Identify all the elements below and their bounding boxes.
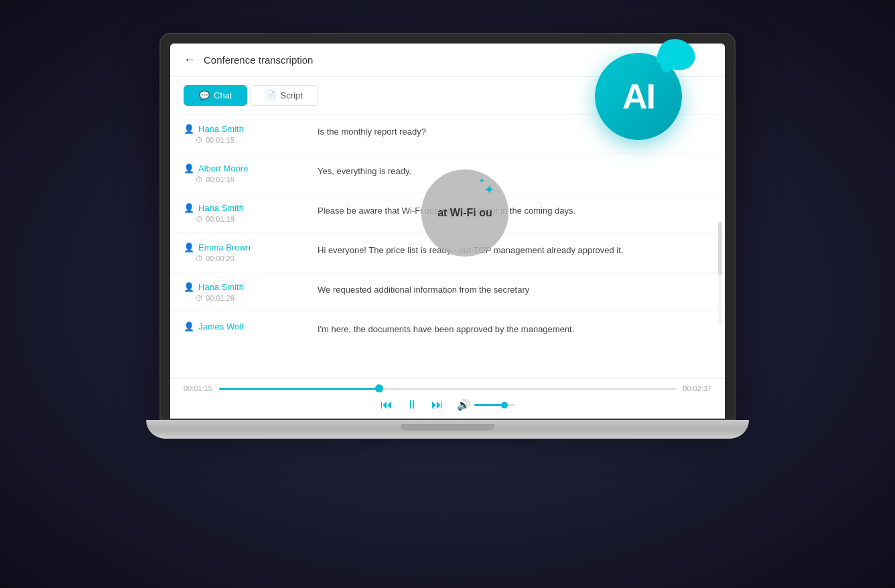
speaker-time: ⏱ 00:00:20: [196, 254, 318, 263]
volume-icon: 🔊: [457, 398, 470, 411]
ai-badge: AI: [595, 53, 682, 140]
chat-item: 👤 Hana Smith ⏱ 00:01:26 We requested add…: [170, 273, 725, 312]
clock-icon: ⏱: [196, 136, 203, 144]
speaker-name: 👤 Hana Smith: [184, 282, 318, 292]
clock-icon: ⏱: [196, 294, 203, 302]
speaker-name: 👤 Hana Smith: [184, 124, 318, 134]
speaker-time: ⏱ 00:01:15: [196, 136, 318, 144]
progress-thumb[interactable]: [375, 384, 383, 392]
speaker-name: 👤 Emma Brown: [184, 242, 318, 252]
page-title: Conference transcription: [204, 54, 313, 66]
clock-icon: ⏱: [196, 254, 203, 263]
message-text: Please be aware that Wi-Fi outages may o…: [318, 203, 711, 218]
forward-button[interactable]: ⏭: [431, 398, 443, 412]
controls-row: ⏮ ⏸ ⏭ 🔊: [184, 398, 711, 412]
clock-icon: ⏱: [196, 175, 203, 183]
tab-chat[interactable]: 💬 Chat: [184, 85, 247, 106]
ai-circle: AI: [595, 53, 682, 140]
speaker-name: 👤 Albert Moore: [184, 163, 318, 173]
laptop-base: [146, 420, 749, 439]
script-icon: 📄: [265, 90, 276, 100]
clock-icon: ⏱: [196, 215, 203, 223]
speaker-time: ⏱ 00:01:26: [196, 294, 318, 302]
person-icon: 👤: [184, 124, 194, 134]
chat-list: 👤 Hana Smith ⏱ 00:01:15 Is the monthly r…: [170, 115, 725, 378]
back-arrow-icon: ←: [184, 53, 196, 67]
speaker-time: ⏱ 00:01:19: [196, 215, 318, 223]
speaker-info: 👤 Albert Moore ⏱ 00:01:16: [184, 163, 318, 183]
rewind-icon: ⏮: [381, 398, 393, 412]
speaker-name: 👤 James Wolf: [184, 321, 318, 332]
player-bar: 00:01:15 00:02:37 ⏮ ⏸: [170, 378, 725, 419]
speaker-info: 👤 James Wolf: [184, 321, 318, 332]
scroll-track[interactable]: [718, 222, 722, 325]
message-text: We requested additional information from…: [318, 282, 711, 297]
speaker-info: 👤 Hana Smith ⏱ 00:01:15: [184, 124, 318, 144]
speaker-info: 👤 Emma Brown ⏱ 00:00:20: [184, 242, 318, 263]
pause-button[interactable]: ⏸: [406, 398, 418, 412]
person-icon: 👤: [184, 282, 194, 292]
volume-bar[interactable]: [474, 404, 514, 406]
pause-icon: ⏸: [406, 398, 418, 412]
chat-item: 👤 James Wolf I'm here, the documents hav…: [170, 312, 725, 346]
total-time-label: 00:02:37: [683, 384, 711, 392]
message-text: I'm here, the documents have been approv…: [318, 321, 711, 336]
forward-icon: ⏭: [431, 398, 443, 412]
speaker-name: 👤 Hana Smith: [184, 203, 318, 213]
person-icon: 👤: [184, 163, 194, 173]
speaker-info: 👤 Hana Smith ⏱ 00:01:19: [184, 203, 318, 223]
person-icon: 👤: [184, 203, 194, 213]
chat-icon: 💬: [199, 90, 210, 100]
wifi-overlay-text: at Wi-Fi ou: [437, 207, 492, 219]
speaker-info: 👤 Hana Smith ⏱ 00:01:26: [184, 282, 318, 302]
current-time-label: 00:01:15: [184, 384, 212, 392]
volume-control[interactable]: 🔊: [457, 398, 514, 411]
progress-track[interactable]: [219, 388, 676, 390]
scroll-thumb[interactable]: [718, 222, 722, 275]
message-text: Yes, everything is ready.: [318, 163, 711, 178]
speaker-time: ⏱ 00:01:16: [196, 175, 318, 183]
progress-row: 00:01:15 00:02:37: [184, 384, 711, 392]
person-icon: 👤: [184, 321, 194, 332]
progress-fill: [219, 388, 379, 390]
wifi-notification-overlay: ✦ ✦ at Wi-Fi ou: [421, 169, 508, 256]
back-button[interactable]: ←: [184, 53, 196, 67]
volume-thumb[interactable]: [501, 402, 508, 409]
tab-script[interactable]: 📄 Script: [250, 85, 318, 106]
chat-item: 👤 Hana Smith ⏱ 00:01:19 Please be aware …: [170, 194, 725, 233]
message-text: Hi everyone! The price list is ready - o…: [318, 242, 711, 257]
ai-label: AI: [622, 76, 655, 117]
sparkle-icon: ✦: [484, 181, 495, 198]
volume-fill: [474, 404, 504, 406]
person-icon: 👤: [184, 242, 194, 252]
rewind-button[interactable]: ⏮: [381, 398, 393, 412]
sparkle-small-icon: ✦: [478, 176, 485, 186]
